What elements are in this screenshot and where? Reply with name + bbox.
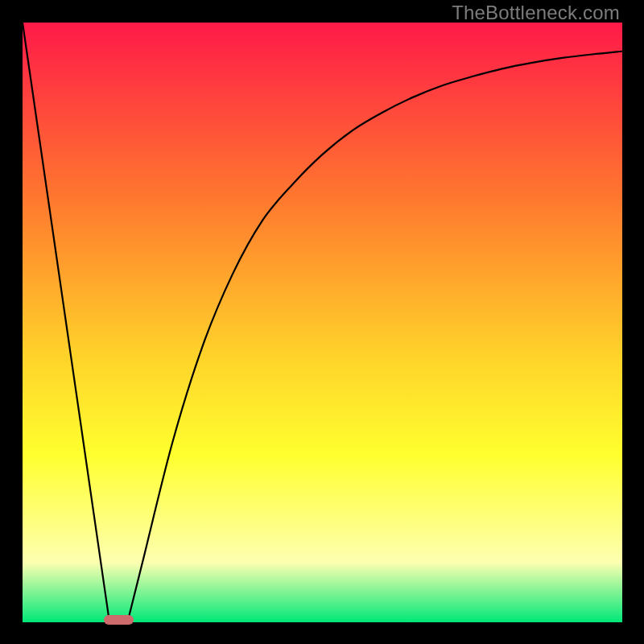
curve-left [23, 23, 109, 622]
watermark-text: TheBottleneck.com [452, 2, 620, 24]
curve-right [127, 52, 622, 622]
bottleneck-curve [23, 23, 622, 622]
chart-frame: TheBottleneck.com [0, 0, 644, 644]
minimum-marker [104, 615, 134, 625]
plot-area [23, 23, 622, 625]
